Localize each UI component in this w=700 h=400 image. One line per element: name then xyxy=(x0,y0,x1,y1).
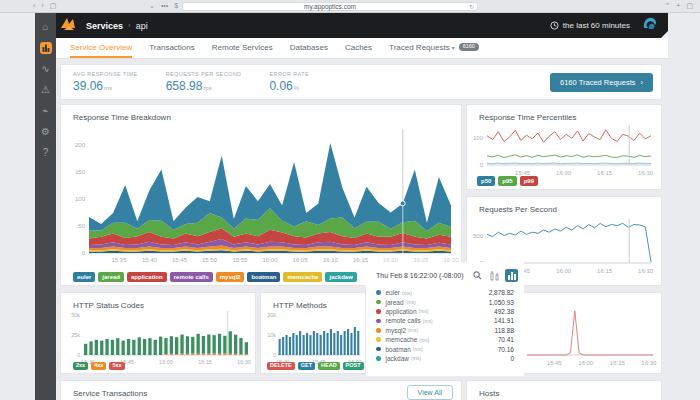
url-text: my.appoptics.com xyxy=(304,3,356,10)
breadcrumb-services[interactable]: Services xyxy=(86,21,123,31)
browser-sidebar-icon[interactable]: ▢ xyxy=(50,0,57,12)
legend-chip-get[interactable]: GET xyxy=(298,362,315,371)
tab-databases[interactable]: Databases xyxy=(290,38,328,58)
traced-requests-button[interactable]: 6160 Traced Requests › xyxy=(550,73,653,92)
address-bar[interactable]: my.appoptics.com ↻ xyxy=(182,2,478,11)
legend-chip-remote-calls[interactable]: remote calls xyxy=(170,272,213,282)
series-value: 2,878.82 xyxy=(489,289,514,296)
appoptics-logo-icon[interactable] xyxy=(60,17,78,35)
browser-wallet-icon[interactable]: $ xyxy=(174,0,178,12)
app-header: Services › api the last 60 minutes xyxy=(56,13,668,38)
tab-label: Remote Services xyxy=(212,43,273,52)
browser-back-icon[interactable]: ‹ xyxy=(33,0,35,12)
legend-chip-5xx[interactable]: 5xx xyxy=(109,362,124,371)
panel-title: Response Time Breakdown xyxy=(61,105,461,122)
svg-text:16:30: 16:30 xyxy=(638,170,654,176)
breadcrumb-current-service[interactable]: api xyxy=(136,21,148,31)
metrics-icon: ∿ xyxy=(41,64,49,74)
tooltip-series-values: euler(ms)2,878.82jaread(ms)1,050.93appli… xyxy=(366,284,524,363)
tooltip-row-mysql2: mysql2(ms)118.88 xyxy=(376,326,514,335)
legend-chip-post[interactable]: POST xyxy=(343,362,364,371)
browser-extensions-icon[interactable]: ••• xyxy=(161,0,168,12)
legend-chip-2xx[interactable]: 2xx xyxy=(73,362,88,371)
view-all-button[interactable]: View All xyxy=(407,385,453,400)
clock-icon xyxy=(550,21,559,30)
browser-share-icon[interactable]: ⌃ xyxy=(664,0,670,12)
stat-avg-response-time: AVG RESPONSE TIME 39.06ms xyxy=(73,71,138,93)
series-name: mysql2 xyxy=(386,327,407,334)
sidebar-item-settings[interactable]: ⚙ xyxy=(35,121,56,142)
svg-text:16:00: 16:00 xyxy=(556,268,572,274)
tab-traced-requests[interactable]: Traced Requests▾6160 xyxy=(389,38,479,58)
series-value: 141.91 xyxy=(494,317,514,324)
breadcrumb: Services › api xyxy=(86,21,148,31)
sidebar-item-services[interactable] xyxy=(35,37,56,58)
legend-chip-p99[interactable]: p99 xyxy=(520,176,538,186)
legend-chip-jackdaw[interactable]: jackdaw xyxy=(325,272,356,282)
browser-forward-icon[interactable]: › xyxy=(41,0,43,12)
svg-text:200: 200 xyxy=(75,142,86,148)
stat-requests-per-second: REQUESTS PER SECOND 658.98rps xyxy=(166,71,242,93)
series-name: jackdaw xyxy=(386,355,409,362)
browser-chrome: ‹›▢ ⌄•••$ my.appoptics.com ↻ ⌃+▢ xyxy=(0,0,700,13)
legend-chip-mysql2[interactable]: mysql2 xyxy=(216,272,245,282)
browser-new-tab-icon[interactable]: + xyxy=(676,0,680,12)
tab-transactions[interactable]: Transactions xyxy=(149,38,195,58)
tooltip-row-boatman: boatman(ms)70.16 xyxy=(376,344,514,353)
legend-chip-p95[interactable]: p95 xyxy=(498,176,516,186)
alerts-icon: ⚠ xyxy=(41,85,50,95)
tab-remote-services[interactable]: Remote Services xyxy=(212,38,273,58)
svg-text:0: 0 xyxy=(480,162,484,168)
tab-label: Databases xyxy=(290,43,328,52)
tab-service-overview[interactable]: Service Overview xyxy=(70,38,132,58)
tab-label: Service Overview xyxy=(70,43,132,52)
legend-chip-4xx[interactable]: 4xx xyxy=(91,362,106,371)
svg-text:16:15: 16:15 xyxy=(610,360,626,366)
sidebar-item-home[interactable]: ⌂ xyxy=(35,16,56,37)
browser-shield-icon[interactable]: ⌄ xyxy=(149,0,155,12)
stat-value: 658.98rps xyxy=(166,79,242,93)
svg-text:500: 500 xyxy=(473,233,484,239)
legend-chip-memcache[interactable]: memcache xyxy=(283,272,322,282)
traces-icon: ⌁ xyxy=(42,106,48,116)
http-status-codes-panel: HTTP Status Codes 50k25k015:3015:4516:00… xyxy=(60,292,256,374)
legend-chip-delete[interactable]: DELETE xyxy=(267,362,295,371)
series-value: 70.16 xyxy=(498,346,514,353)
tab-caches[interactable]: Caches xyxy=(345,38,372,58)
svg-text:16:10: 16:10 xyxy=(323,257,339,263)
legend-chip-jaread[interactable]: jaread xyxy=(98,272,124,282)
sidebar-item-alerts[interactable]: ⚠ xyxy=(35,79,56,100)
legend-chip-p50[interactable]: p50 xyxy=(477,176,495,186)
legend-chip-head[interactable]: HEAD xyxy=(318,362,340,371)
legend-sort-icon[interactable] xyxy=(488,269,501,282)
stats-bar: AVG RESPONSE TIME 39.06ms REQUESTS PER S… xyxy=(60,64,662,100)
breakdown-chart[interactable]: 20015010050015:3515:4015:4515:5015:5516:… xyxy=(63,121,461,269)
tab-label: Traced Requests xyxy=(389,43,450,52)
sidebar-item-metrics[interactable]: ∿ xyxy=(35,58,56,79)
series-unit: (ms) xyxy=(402,290,412,296)
time-range-selector[interactable]: the last 60 minutes xyxy=(550,21,630,30)
status-codes-legend: 2xx4xx5xx xyxy=(73,362,125,371)
breadcrumb-separator: › xyxy=(128,21,131,30)
series-value: 1,050.93 xyxy=(489,299,514,306)
zoom-icon[interactable] xyxy=(471,269,484,282)
legend-chip-boatman[interactable]: boatman xyxy=(247,272,280,282)
legend-chip-application[interactable]: application xyxy=(127,272,167,282)
refresh-icon[interactable]: ↻ xyxy=(469,3,474,11)
svg-text:25k: 25k xyxy=(71,332,80,338)
svg-text:16:00: 16:00 xyxy=(159,359,173,365)
chevron-right-icon: › xyxy=(641,78,644,87)
legend-values-toggle-icon[interactable] xyxy=(505,269,518,282)
browser-tabs-icon[interactable]: ▢ xyxy=(686,0,693,12)
series-color-dot xyxy=(376,337,381,342)
legend-chip-euler[interactable]: euler xyxy=(73,272,95,282)
svg-text:10k: 10k xyxy=(267,332,276,338)
tooltip-row-application: application(ms)492.38 xyxy=(376,307,514,316)
tooltip-row-memcache: memcache(ms)70.41 xyxy=(376,335,514,344)
percentiles-chart[interactable]: 100015:4516:0016:1516:30 xyxy=(467,119,661,181)
sidebar-item-help[interactable]: ? xyxy=(35,142,56,163)
sidebar-item-traces[interactable]: ⌁ xyxy=(35,100,56,121)
series-color-dot xyxy=(376,356,381,361)
svg-text:15:45: 15:45 xyxy=(172,257,188,263)
series-name: memcache xyxy=(386,336,418,343)
